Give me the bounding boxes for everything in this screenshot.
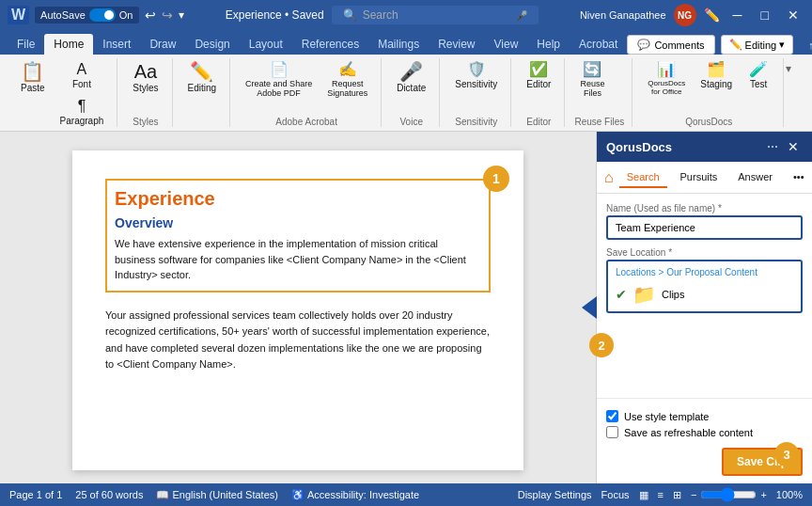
create-share-pdf-button[interactable]: 📄 Create and ShareAdobe PDF <box>240 58 318 102</box>
accessibility-info[interactable]: ♿ Accessibility: Investigate <box>291 489 419 501</box>
zoom-slider[interactable]: − + <box>691 487 767 502</box>
panel-collapse-button[interactable]: ⋯ <box>767 140 778 153</box>
tab-references[interactable]: References <box>292 34 368 55</box>
tab-view[interactable]: View <box>485 34 528 55</box>
paste-icon: 📋 <box>21 62 44 81</box>
maximize-button[interactable]: □ <box>756 6 774 24</box>
ribbon-group-qorus: 📊 QorusDocsfor Office 🗂️ Staging 🧪 Test … <box>634 58 784 127</box>
paste-button[interactable]: 📋 Paste <box>15 58 51 97</box>
tab-insert[interactable]: Insert <box>93 34 140 55</box>
panel-close-button[interactable]: ✕ <box>784 139 803 154</box>
undo-icon[interactable]: ↩ <box>145 8 156 23</box>
view-web-icon[interactable]: ≡ <box>658 489 664 500</box>
editor-label: Editor <box>521 117 556 127</box>
close-button[interactable]: ✕ <box>782 6 804 24</box>
panel-nav-pursuits[interactable]: Pursuits <box>673 167 726 188</box>
breadcrumb[interactable]: Locations > Our Proposal Content <box>616 267 793 277</box>
mic-icon[interactable]: 🎤 <box>516 10 527 21</box>
status-bar: Page 1 of 1 25 of 60 words 📖 English (Un… <box>0 483 812 506</box>
editor-button[interactable]: ✅ Editor <box>521 58 556 93</box>
save-refreshable-label: Save as refreshable content <box>624 427 753 438</box>
editing-button[interactable]: ✏️ Editing ▾ <box>721 35 794 55</box>
share-button[interactable]: ↑ Share ▾ <box>799 35 812 55</box>
folder-name[interactable]: Clips <box>662 289 684 300</box>
zoom-range[interactable] <box>700 487 757 502</box>
search-box[interactable]: 🔍 Search 🎤 <box>332 6 539 24</box>
sensitivity-button[interactable]: 🛡️ Sensitivity <box>449 58 503 93</box>
sensitivity-label: Sensitivity <box>449 117 503 127</box>
signature-icon: ✍️ <box>338 62 357 77</box>
panel-nav-search[interactable]: Search <box>619 167 667 188</box>
view-read-icon[interactable]: ⊞ <box>673 489 681 501</box>
display-settings[interactable]: Display Settings <box>518 489 592 500</box>
font-icon: A <box>77 62 87 77</box>
save-location-group: Save Location * Locations > Our Proposal… <box>606 247 803 313</box>
zoom-minus-icon[interactable]: − <box>691 489 696 500</box>
balloon-1: 1 <box>483 166 509 192</box>
focus-mode[interactable]: Focus <box>601 489 630 500</box>
doc-body-outside[interactable]: Your assigned professional services team… <box>105 308 491 373</box>
page-info: Page 1 of 1 <box>9 489 62 500</box>
panel-nav: ⌂ Search Pursuits Answer ••• ? ‹ <box>597 162 812 194</box>
save-refreshable-checkbox[interactable] <box>606 426 618 438</box>
request-signatures-button[interactable]: ✍️ RequestSignatures <box>321 58 373 102</box>
folder-icon: 📁 <box>632 283 656 306</box>
name-field-input[interactable] <box>606 215 803 240</box>
autosave-toggle[interactable] <box>89 8 116 22</box>
zoom-plus-icon[interactable]: + <box>760 489 766 500</box>
panel-nav-more[interactable]: ••• <box>786 167 812 188</box>
editing-ribbon-button[interactable]: ✏️ Editing <box>182 58 223 97</box>
pencil-icon: ✏️ <box>729 39 742 51</box>
name-field-label: Name (Used as file name) * <box>606 203 803 213</box>
panel-header: QorusDocs ⋯ ✕ <box>597 132 812 162</box>
zoom-level[interactable]: 100% <box>776 489 803 500</box>
tab-draw[interactable]: Draw <box>140 34 185 55</box>
doc-body-selected[interactable]: We have extensive experience in the impl… <box>115 236 481 283</box>
ribbon-expand-button[interactable]: ▾ <box>786 62 791 75</box>
ribbon-topright: 💬 Comments ✏️ Editing ▾ ↑ Share ▾ <box>627 35 812 55</box>
paragraph-button[interactable]: ¶ Paragraph <box>55 95 110 130</box>
share-icon: ↑ <box>808 40 812 51</box>
minimize-button[interactable]: ─ <box>727 6 748 24</box>
qorus-office-icon: 📊 <box>657 62 676 77</box>
tab-review[interactable]: Review <box>429 34 484 55</box>
use-style-template-checkbox[interactable] <box>606 410 618 422</box>
ribbon-group-editing: ✏️ Editing <box>175 58 231 127</box>
search-placeholder: Search <box>363 8 398 22</box>
qorus-for-office-button[interactable]: 📊 QorusDocsfor Office <box>642 58 691 100</box>
ribbon-tabs: File Home Insert Draw Design Layout Refe… <box>0 30 812 55</box>
tab-help[interactable]: Help <box>527 34 570 55</box>
selection-container: Experience Overview We have extensive ex… <box>105 179 491 293</box>
pen-icon[interactable]: ✏️ <box>704 8 720 23</box>
panel-footer: 2 Use style template Save as refreshable… <box>597 398 812 483</box>
reuse-files-button[interactable]: 🔄 ReuseFiles <box>574 58 610 102</box>
tab-design[interactable]: Design <box>185 34 239 55</box>
staging-button[interactable]: 🗂️ Staging <box>695 58 738 93</box>
tab-acrobat[interactable]: Acrobat <box>570 34 627 55</box>
balloon-3: 3 <box>774 442 799 466</box>
dictate-button[interactable]: 🎤 Dictate <box>391 58 431 97</box>
ribbon-group-sensitivity: 🛡️ Sensitivity Sensitivity <box>442 58 511 127</box>
test-button[interactable]: 🧪 Test <box>742 58 775 93</box>
tab-mailings[interactable]: Mailings <box>368 34 429 55</box>
redo-icon[interactable]: ↪ <box>162 8 173 23</box>
panel-home-icon[interactable]: ⌂ <box>604 169 614 186</box>
save-location-box: Locations > Our Proposal Content ✔ 📁 Cli… <box>606 260 803 313</box>
shield-icon: 🛡️ <box>467 62 486 77</box>
font-button[interactable]: A Font <box>55 58 110 93</box>
view-print-icon[interactable]: ▦ <box>639 489 648 501</box>
tab-file[interactable]: File <box>8 34 44 55</box>
tab-layout[interactable]: Layout <box>240 34 292 55</box>
pdf-icon: 📄 <box>270 62 289 77</box>
word-logo-icon: W <box>8 6 29 24</box>
mic-ribbon-icon: 🎤 <box>399 62 423 81</box>
comments-button[interactable]: 💬 Comments <box>627 35 714 55</box>
folder-row: ✔ 📁 Clips <box>616 283 793 306</box>
styles-button[interactable]: Aa Styles <box>127 58 164 97</box>
panel-title: QorusDocs <box>606 140 672 154</box>
tab-home[interactable]: Home <box>44 34 93 55</box>
autosave-state: On <box>119 9 133 21</box>
panel-nav-answer[interactable]: Answer <box>730 167 780 188</box>
dropdown-icon: ▾ <box>779 39 785 51</box>
paragraph-icon: ¶ <box>78 99 86 114</box>
